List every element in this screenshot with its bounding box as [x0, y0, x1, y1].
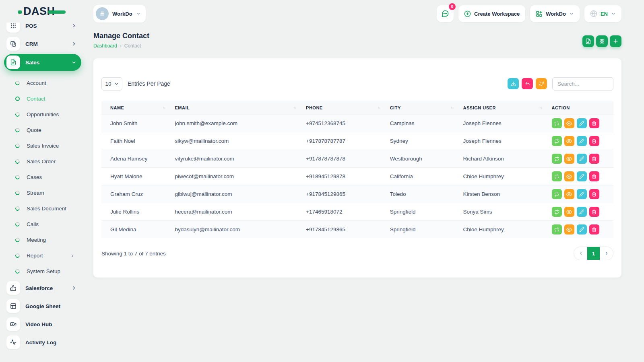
chevron-right-icon	[604, 251, 609, 256]
view-button[interactable]	[564, 224, 574, 234]
contact-name-link[interactable]: Gil Medina	[101, 221, 170, 239]
workspace-menu-button[interactable]: WorkDo	[530, 5, 580, 22]
sort-icon: ↑↓	[378, 106, 380, 110]
sidebar-item-video-hub[interactable]: Video Hub	[4, 316, 81, 332]
delete-button[interactable]	[589, 171, 599, 181]
sidebar-item-label: Stream	[27, 190, 75, 196]
sidebar-item-report[interactable]: Report	[4, 248, 81, 263]
delete-button[interactable]	[589, 224, 599, 234]
contact-name-link[interactable]: John Smith	[101, 115, 170, 132]
convert-button[interactable]	[552, 118, 562, 128]
view-button[interactable]	[564, 189, 574, 199]
view-button[interactable]	[564, 154, 574, 164]
sidebar-item-google-sheet[interactable]: Google Sheet	[4, 298, 81, 314]
sidebar-item-system-setup[interactable]: System Setup	[4, 263, 81, 279]
chevron-down-icon	[114, 82, 119, 86]
view-button[interactable]	[564, 136, 574, 146]
convert-button[interactable]	[552, 171, 562, 181]
edit-button[interactable]	[577, 171, 587, 181]
edit-button[interactable]	[577, 207, 587, 217]
breadcrumb-dashboard-link[interactable]: Dashboard	[93, 43, 117, 49]
sidebar-item-sales-order[interactable]: Sales Order	[4, 154, 81, 169]
workspace-name: WorkDo	[112, 11, 132, 17]
page-number-button[interactable]: 1	[587, 247, 600, 260]
contact-name-link[interactable]: Julie Rollins	[101, 203, 170, 221]
sidebar-item-label: Calls	[27, 221, 75, 227]
column-header-email[interactable]: EMAIL↑↓	[170, 101, 301, 115]
sidebar-item-label: CRM	[25, 41, 72, 47]
undo-button[interactable]	[522, 78, 533, 89]
trash-icon	[592, 174, 597, 179]
sidebar-item-meeting[interactable]: Meeting	[4, 232, 81, 248]
sidebar-item-stream[interactable]: Stream	[4, 185, 81, 201]
contact-name-link[interactable]: Graham Cruz	[101, 185, 170, 203]
sidebar-item-quote[interactable]: Quote	[4, 122, 81, 138]
language-selector[interactable]: EN	[584, 5, 621, 22]
refresh-button[interactable]	[536, 78, 547, 89]
logo[interactable]: DASH	[0, 0, 85, 23]
video-camera-icon	[6, 317, 20, 331]
delete-button[interactable]	[589, 189, 599, 199]
contact-name-link[interactable]: Adena Ramsey	[101, 150, 170, 168]
view-button[interactable]	[564, 171, 574, 181]
convert-button[interactable]	[552, 136, 562, 146]
sidebar-item-contact[interactable]: Contact	[4, 91, 81, 107]
sidebar-item-opportunities[interactable]: Opportunities	[4, 107, 81, 122]
overlap-squares-icon	[6, 37, 20, 51]
contact-email: sikyw@mailinator.com	[170, 132, 301, 150]
delete-button[interactable]	[589, 154, 599, 164]
convert-button[interactable]	[552, 207, 562, 217]
entries-per-page-select[interactable]: 10	[101, 77, 122, 90]
search-input[interactable]	[552, 77, 613, 90]
workspace-switcher[interactable]: WorkDo	[93, 5, 146, 23]
sidebar-item-crm[interactable]: CRM	[4, 36, 81, 52]
delete-button[interactable]	[589, 136, 599, 146]
sidebar-item-sales[interactable]: Sales	[4, 54, 81, 71]
repeat-icon	[554, 121, 559, 126]
sidebar-item-account[interactable]: Account	[4, 75, 81, 91]
workspace-menu-label: WorkDo	[546, 11, 566, 17]
chat-icon	[441, 10, 449, 18]
convert-button[interactable]	[552, 224, 562, 234]
previous-page-button[interactable]	[574, 247, 587, 260]
delete-button[interactable]	[589, 207, 599, 217]
edit-button[interactable]	[577, 118, 587, 128]
download-button[interactable]	[508, 78, 519, 89]
column-header-assign-user[interactable]: ASSIGN USER↑↓	[458, 101, 547, 115]
convert-button[interactable]	[552, 154, 562, 164]
export-button[interactable]	[582, 35, 594, 47]
sidebar-item-sales-document[interactable]: Sales Document	[4, 201, 81, 216]
column-header-name[interactable]: NAME↑↓	[101, 101, 170, 115]
column-header-phone[interactable]: PHONE↑↓	[301, 101, 385, 115]
add-contact-button[interactable]	[610, 35, 621, 47]
showing-entries-text: Showing 1 to 7 of 7 entries	[101, 251, 166, 257]
convert-button[interactable]	[552, 189, 562, 199]
column-header-city[interactable]: CITY↑↓	[385, 101, 458, 115]
grid-view-button[interactable]	[596, 35, 608, 47]
trash-icon	[592, 121, 597, 126]
contact-table-body: John Smithjohn.smith@example.com+9745123…	[101, 115, 613, 239]
edit-button[interactable]	[577, 224, 587, 234]
sidebar-item-label: Account	[27, 80, 75, 86]
delete-button[interactable]	[589, 118, 599, 128]
view-button[interactable]	[564, 118, 574, 128]
sidebar-item-activity-log[interactable]: Activity Log	[4, 334, 81, 350]
contact-name-link[interactable]: Faith Noel	[101, 132, 170, 150]
contact-name-link[interactable]: Hyatt Malone	[101, 168, 170, 185]
edit-button[interactable]	[577, 154, 587, 164]
contact-actions	[547, 150, 613, 168]
edit-button[interactable]	[577, 136, 587, 146]
edit-button[interactable]	[577, 189, 587, 199]
view-button[interactable]	[564, 207, 574, 217]
sidebar-item-cases[interactable]: Cases	[4, 169, 81, 185]
create-workspace-button[interactable]: Create Workspace	[458, 5, 525, 22]
contact-city: California	[385, 168, 458, 185]
sidebar-item-calls[interactable]: Calls	[4, 216, 81, 232]
sidebar-item-sales-invoice[interactable]: Sales Invoice	[4, 138, 81, 154]
download-icon	[511, 81, 516, 86]
sidebar-item-salesforce[interactable]: Salesforce	[4, 280, 81, 296]
messages-button[interactable]: 0	[437, 5, 454, 22]
next-page-button[interactable]	[600, 247, 613, 260]
contact-city: Campinas	[385, 115, 458, 132]
eye-icon	[566, 191, 572, 197]
